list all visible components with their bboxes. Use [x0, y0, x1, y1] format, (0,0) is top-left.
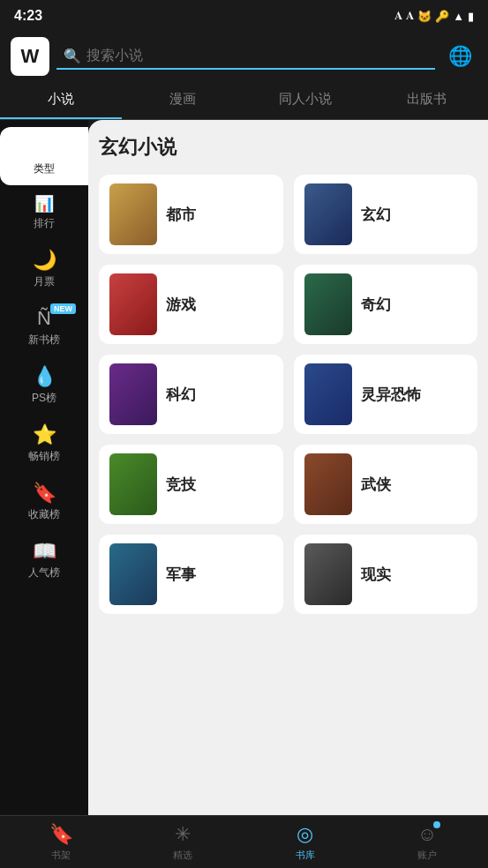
globe-button[interactable]: 🌐	[442, 39, 477, 74]
sidebar-item-bestseller[interactable]: ⭐ 畅销榜	[0, 415, 88, 473]
category-icon: ⊞	[36, 136, 52, 159]
icon-key: 🔑	[435, 10, 449, 23]
main-content: ⊞ 类型 📊 排行 🌙 月票 NEW Ñ 新书榜 💧 PS榜 ⭐ 畅销榜 🔖 收…	[0, 120, 488, 815]
status-bar: 4:23 𝐀 𝐀 🐱 🔑 ▲ ▮	[0, 0, 488, 32]
genre-card-lingyi[interactable]: 灵异恐怖	[294, 355, 478, 434]
favorites-icon: 🔖	[33, 482, 56, 505]
genre-card-junshi[interactable]: 军事	[99, 535, 283, 614]
rank-icon: 📊	[34, 194, 54, 213]
status-time: 4:23	[14, 8, 42, 24]
genre-content: 玄幻小说 都市 玄幻 游戏	[88, 120, 488, 815]
book-cover-xuanhuan	[304, 183, 352, 245]
book-cover-junshi	[109, 543, 157, 605]
bottom-nav-library[interactable]: ◎ 书库	[244, 816, 366, 868]
sidebar-item-rank[interactable]: 📊 排行	[0, 185, 88, 240]
sidebar-item-newbooks[interactable]: NEW Ñ 新书榜	[0, 298, 88, 356]
bottom-nav: 🔖 书架 ✳ 精选 ◎ 书库 ☺ 账户	[0, 815, 488, 868]
book-cover-qihuan	[304, 273, 352, 335]
book-cover-kehuan	[109, 363, 157, 425]
sidebar-item-favorites[interactable]: 🔖 收藏榜	[0, 473, 88, 531]
genre-grid: 都市 玄幻 游戏 奇幻	[99, 175, 477, 614]
icon-battery: ▮	[468, 10, 474, 23]
book-cover-xianshi	[304, 543, 352, 605]
genre-card-xuanhuan[interactable]: 玄幻	[294, 175, 478, 254]
sidebar-item-category[interactable]: ⊞ 类型	[0, 127, 88, 185]
tab-fanfic[interactable]: 同人小说	[244, 81, 366, 119]
sidebar-item-popularity[interactable]: 📖 人气榜	[0, 531, 88, 589]
account-dot	[433, 821, 440, 828]
sidebar-item-monthly[interactable]: 🌙 月票	[0, 240, 88, 298]
search-input[interactable]	[86, 48, 428, 64]
featured-icon: ✳	[175, 823, 191, 846]
genre-card-qihuan[interactable]: 奇幻	[294, 265, 478, 344]
popularity-icon: 📖	[33, 540, 56, 563]
tab-published[interactable]: 出版书	[366, 81, 488, 119]
icon-a1: 𝐀	[394, 9, 402, 23]
account-icon: ☺	[417, 823, 437, 846]
search-bar[interactable]: 🔍	[56, 44, 435, 70]
book-cover-wuxia	[304, 453, 352, 515]
book-cover-lingyi	[304, 363, 352, 425]
icon-wifi: ▲	[453, 10, 464, 23]
content-title: 玄幻小说	[99, 134, 477, 161]
book-cover-jingji	[109, 453, 157, 515]
sidebar: ⊞ 类型 📊 排行 🌙 月票 NEW Ñ 新书榜 💧 PS榜 ⭐ 畅销榜 🔖 收…	[0, 120, 88, 815]
new-badge: NEW	[50, 303, 76, 314]
tab-novel[interactable]: 小说	[0, 81, 122, 119]
book-cover-youxi	[109, 273, 157, 335]
icon-cat: 🐱	[417, 10, 432, 23]
status-icons: 𝐀 𝐀 🐱 🔑 ▲ ▮	[394, 9, 474, 23]
top-tabs: 小说 漫画 同人小说 出版书	[0, 81, 488, 120]
ps-icon: 💧	[33, 365, 56, 388]
tab-comic[interactable]: 漫画	[122, 81, 244, 119]
genre-card-youxi[interactable]: 游戏	[99, 265, 283, 344]
sidebar-item-ps[interactable]: 💧 PS榜	[0, 356, 88, 415]
newbooks-icon: Ñ	[37, 307, 51, 330]
genre-card-dushi[interactable]: 都市	[99, 175, 283, 254]
icon-a2: 𝐀	[406, 9, 414, 23]
bottom-nav-account[interactable]: ☺ 账户	[366, 816, 488, 868]
library-icon: ◎	[297, 823, 313, 846]
bestseller-icon: ⭐	[33, 423, 56, 446]
shelf-icon: 🔖	[49, 823, 73, 846]
genre-card-kehuan[interactable]: 科幻	[99, 355, 283, 434]
bottom-nav-featured[interactable]: ✳ 精选	[122, 816, 244, 868]
bottom-nav-shelf[interactable]: 🔖 书架	[0, 816, 122, 868]
monthly-icon: 🌙	[33, 249, 56, 272]
app-logo: W	[11, 37, 49, 76]
search-icon: 🔍	[64, 48, 81, 64]
header: W 🔍 🌐	[0, 32, 488, 81]
book-cover-dushi	[109, 183, 157, 245]
genre-card-jingji[interactable]: 竞技	[99, 445, 283, 524]
genre-card-xianshi[interactable]: 现实	[294, 535, 478, 614]
genre-card-wuxia[interactable]: 武侠	[294, 445, 478, 524]
